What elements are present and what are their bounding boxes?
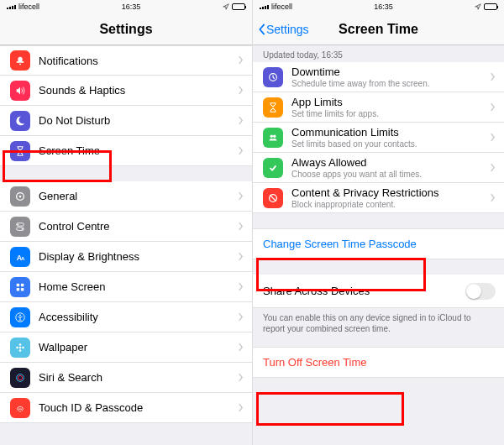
settings-row-siri[interactable]: Siri & Search [0, 363, 252, 393]
turn-off-label: Turn Off Screen Time [263, 356, 367, 369]
chevron-right-icon [490, 70, 496, 85]
row-label: Touch ID & Passcode [39, 401, 238, 414]
chevron-right-icon [238, 340, 244, 355]
row-label: Home Screen [39, 280, 238, 293]
chevron-right-icon [490, 191, 496, 206]
svg-text:A: A [21, 254, 25, 260]
nope-icon [263, 188, 283, 208]
settings-list[interactable]: Notifications Sounds & Haptics Do Not Di… [0, 45, 252, 445]
chevron-right-icon [238, 310, 244, 325]
signal-icon [260, 5, 269, 9]
status-bar: lifecell 16:35 [0, 0, 252, 13]
settings-row-home[interactable]: Home Screen [0, 272, 252, 302]
row-content-privacy[interactable]: Content & Privacy Restrictions Block ina… [253, 183, 504, 213]
share-toggle[interactable] [465, 283, 496, 300]
battery-icon [484, 3, 497, 10]
back-button[interactable]: Settings [258, 23, 309, 36]
chevron-right-icon [238, 144, 244, 159]
settings-row-notifications[interactable]: Notifications [0, 45, 252, 76]
svg-point-20 [16, 346, 18, 348]
settings-row-touchid[interactable]: Touch ID & Passcode [0, 393, 252, 423]
row-app-limits[interactable]: App Limits Set time limits for apps. [253, 92, 504, 123]
svg-point-18 [19, 343, 22, 346]
chevron-right-icon [490, 160, 496, 175]
svg-rect-14 [21, 287, 24, 291]
row-label: General [39, 190, 238, 202]
row-label: Accessibility [39, 311, 238, 323]
switches-icon [10, 217, 30, 237]
row-sublabel: Choose apps you want at all times. [291, 170, 490, 179]
sound-icon [10, 81, 30, 101]
svg-rect-0 [18, 57, 22, 62]
settings-row-general[interactable]: General [0, 181, 252, 212]
chevron-right-icon [238, 113, 244, 128]
change-passcode-button[interactable]: Change Screen Time Passcode [253, 228, 504, 259]
chevron-right-icon [490, 130, 496, 145]
svg-point-21 [22, 346, 24, 348]
row-downtime[interactable]: Downtime Schedule time away from the scr… [253, 62, 504, 92]
status-bar: lifecell 16:35 [253, 0, 504, 13]
battery-icon [232, 3, 245, 10]
svg-rect-12 [21, 283, 24, 286]
hourglass-icon [263, 97, 283, 118]
chevron-right-icon [238, 83, 244, 98]
location-icon [475, 3, 481, 10]
settings-row-display[interactable]: AA Display & Brightness [0, 242, 252, 272]
svg-point-25 [270, 134, 274, 138]
navbar: Settings Screen Time [253, 13, 504, 45]
row-label: Always Allowed [291, 156, 490, 169]
settings-row-dnd[interactable]: Do Not Disturb [0, 106, 252, 136]
chevron-right-icon [238, 53, 244, 68]
row-label: Wallpaper [39, 341, 238, 353]
change-passcode-label: Change Screen Time Passcode [263, 238, 417, 250]
chevron-left-icon [258, 24, 266, 35]
siri-icon [10, 368, 30, 388]
row-sublabel: Schedule time away from the screen. [291, 79, 490, 88]
row-communication-limits[interactable]: Communication Limits Set limits based on… [253, 123, 504, 153]
chevron-right-icon [238, 400, 244, 416]
check-icon [263, 158, 283, 178]
gear-icon [10, 186, 30, 207]
navbar: Settings [0, 13, 252, 45]
svg-point-16 [19, 314, 21, 316]
row-label: Notifications [39, 55, 238, 67]
downtime-icon [263, 67, 283, 87]
settings-row-wallpaper[interactable]: Wallpaper [0, 332, 252, 363]
row-label: Sounds & Haptics [39, 84, 238, 97]
settings-row-accessibility[interactable]: Accessibility [0, 302, 252, 332]
row-always-allowed[interactable]: Always Allowed Choose apps you want at a… [253, 153, 504, 183]
carrier-label: lifecell [271, 3, 292, 11]
row-label: Downtime [291, 65, 490, 78]
svg-point-4 [19, 195, 22, 197]
settings-screen: lifecell 16:35 Settings Notifications So… [0, 0, 252, 445]
chevron-right-icon [238, 370, 244, 385]
row-share-across[interactable]: Share Across Devices [253, 275, 504, 308]
signal-icon [7, 5, 16, 9]
settings-row-sounds[interactable]: Sounds & Haptics [0, 76, 252, 106]
settings-row-screentime[interactable]: Screen Time [0, 136, 252, 166]
back-label: Settings [266, 23, 309, 36]
turn-off-button[interactable]: Turn Off Screen Time [253, 347, 504, 378]
row-label: App Limits [291, 96, 490, 108]
row-sublabel: Set time limits for apps. [291, 109, 490, 118]
row-label: Do Not Disturb [39, 114, 238, 127]
grid-icon [10, 277, 30, 297]
chevron-right-icon [238, 249, 244, 264]
person-icon [10, 307, 30, 327]
row-sublabel: Set limits based on your contacts. [291, 139, 490, 149]
location-icon [223, 3, 229, 10]
svg-point-23 [18, 375, 22, 380]
svg-rect-11 [17, 283, 20, 286]
status-time: 16:35 [374, 3, 393, 11]
svg-point-26 [273, 134, 276, 138]
svg-point-6 [18, 223, 19, 225]
settings-row-control-centre[interactable]: Control Centre [0, 212, 252, 242]
svg-point-17 [19, 346, 22, 348]
chevron-right-icon [238, 189, 244, 204]
page-title: Screen Time [339, 22, 418, 37]
share-footnote: You can enable this on any device signed… [253, 308, 504, 338]
screentime-content[interactable]: Updated today, 16:35 Downtime Schedule t… [253, 45, 504, 445]
chevron-right-icon [490, 100, 496, 115]
svg-point-19 [19, 349, 22, 352]
row-label: Share Across Devices [263, 285, 465, 297]
